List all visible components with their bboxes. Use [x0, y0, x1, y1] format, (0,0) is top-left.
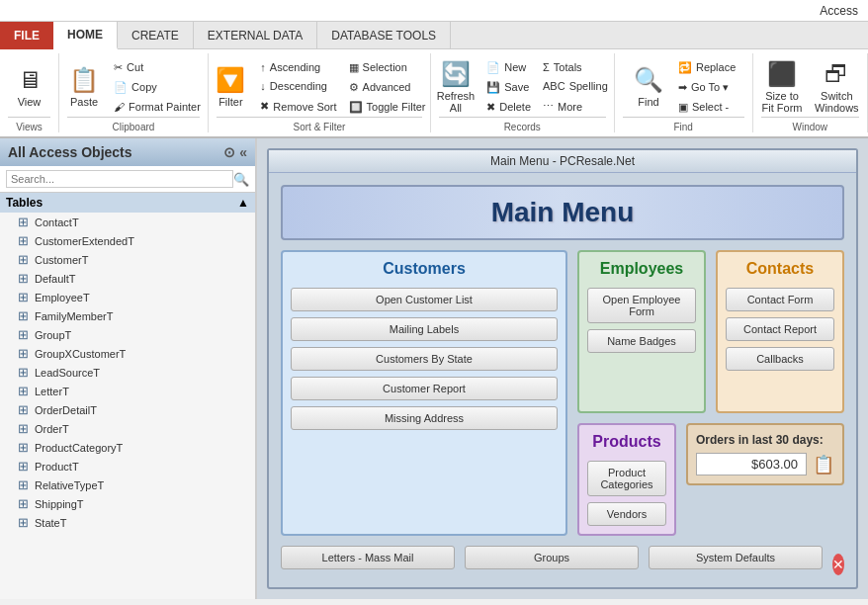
- replace-button[interactable]: 🔁 Replace: [674, 60, 739, 75]
- table-icon: ⊞: [18, 252, 29, 267]
- toggle-filter-button[interactable]: 🔲 Toggle Filter: [345, 100, 430, 115]
- mailing-labels-button[interactable]: Mailing Labels: [291, 317, 558, 341]
- tab-file[interactable]: FILE: [0, 22, 53, 49]
- list-item[interactable]: ⊞ GroupXCustomerT: [0, 344, 255, 363]
- new-button[interactable]: 📄 New: [482, 60, 535, 75]
- list-item[interactable]: ⊞ ProductT: [0, 457, 255, 475]
- list-item[interactable]: ⊞ OrderT: [0, 419, 255, 438]
- list-item[interactable]: ⊞ RelativeTypeT: [0, 475, 255, 494]
- list-item[interactable]: ⊞ FamilyMemberT: [0, 306, 255, 325]
- sidebar-collapse-icon[interactable]: «: [239, 144, 247, 160]
- list-item[interactable]: ⊞ CustomerT: [0, 250, 255, 269]
- select-button[interactable]: ▣ Select -: [674, 100, 739, 115]
- close-button[interactable]: ✕: [832, 554, 844, 575]
- list-item[interactable]: ⊞ DefaultT: [0, 269, 255, 288]
- item-label: LeadSourceT: [35, 367, 100, 379]
- customer-report-button[interactable]: Customer Report: [291, 377, 558, 400]
- tables-section-header[interactable]: Tables ▲: [0, 193, 255, 213]
- list-item[interactable]: ⊞ StateT: [0, 513, 255, 532]
- selection-button[interactable]: ▦ Selection: [345, 60, 430, 75]
- contact-form-button[interactable]: Contact Form: [726, 288, 834, 311]
- open-customer-list-button[interactable]: Open Customer List: [291, 288, 558, 311]
- format-painter-icon: 🖌: [114, 101, 125, 113]
- table-icon: ⊞: [18, 290, 29, 304]
- format-painter-button[interactable]: 🖌 Format Painter: [110, 100, 205, 114]
- delete-button[interactable]: ✖ Delete: [482, 100, 535, 115]
- totals-button[interactable]: Σ Totals: [539, 60, 612, 74]
- descending-button[interactable]: ↓ Descending: [256, 79, 340, 93]
- contact-report-button[interactable]: Contact Report: [726, 317, 834, 341]
- main-content: Main Menu - PCResale.Net Main Menu Custo…: [257, 138, 868, 599]
- save-label: Save: [504, 81, 529, 93]
- missing-address-button[interactable]: Missing Address: [291, 406, 558, 430]
- system-defaults-button[interactable]: System Defaults: [649, 546, 823, 569]
- open-employee-form-button[interactable]: Open Employee Form: [587, 288, 696, 323]
- table-icon: ⊞: [18, 515, 29, 530]
- refresh-all-button[interactable]: 🔄 RefreshAll: [433, 57, 479, 117]
- table-icon: ⊞: [18, 440, 29, 455]
- spelling-button[interactable]: ABC Spelling: [539, 79, 612, 93]
- more-button[interactable]: ⋯ More: [539, 99, 612, 114]
- table-icon: ⊞: [18, 384, 29, 398]
- copy-button[interactable]: 📄 Copy: [110, 80, 205, 95]
- table-icon: ⊞: [18, 459, 29, 474]
- advanced-icon: ⚙: [349, 81, 359, 94]
- name-badges-button[interactable]: Name Badges: [587, 329, 696, 353]
- window-group-label: Window: [761, 117, 859, 132]
- search-input[interactable]: [6, 170, 233, 188]
- table-icon: ⊞: [18, 233, 29, 248]
- remove-sort-button[interactable]: ✖ Remove Sort: [256, 99, 340, 114]
- list-item[interactable]: ⊞ ContactT: [0, 213, 255, 231]
- tab-create[interactable]: CREATE: [118, 22, 194, 49]
- vendors-button[interactable]: Vendors: [587, 502, 666, 526]
- tab-external-data[interactable]: EXTERNAL DATA: [194, 22, 317, 49]
- filter-icon: 🔽: [216, 66, 245, 94]
- advanced-button[interactable]: ⚙ Advanced: [345, 80, 430, 95]
- ribbon-tabs: FILE HOME CREATE EXTERNAL DATA DATABASE …: [0, 22, 868, 49]
- list-item[interactable]: ⊞ GroupT: [0, 325, 255, 344]
- view-icon: 🖥: [18, 66, 42, 94]
- tab-database-tools[interactable]: DATABASE TOOLS: [317, 22, 451, 49]
- filter-button[interactable]: 🔽 Filter: [209, 57, 252, 117]
- paste-button[interactable]: 📋 Paste: [62, 57, 106, 117]
- list-item[interactable]: ⊞ LeadSourceT: [0, 363, 255, 382]
- table-icon: ⊞: [18, 308, 29, 323]
- goto-button[interactable]: ➡ Go To ▾: [674, 80, 739, 95]
- employees-section: Employees Open Employee Form Name Badges: [577, 250, 706, 413]
- goto-label: Go To ▾: [691, 81, 729, 94]
- switch-windows-button[interactable]: 🗗 SwitchWindows: [811, 57, 863, 117]
- item-label: StateT: [35, 517, 66, 529]
- letters-mass-mail-button[interactable]: Letters - Mass Mail: [281, 546, 455, 569]
- customers-section: Customers Open Customer List Mailing Lab…: [281, 250, 567, 536]
- groups-button[interactable]: Groups: [465, 546, 639, 569]
- cut-button[interactable]: ✂ Cut: [110, 60, 205, 75]
- select-label: Select -: [692, 101, 729, 113]
- find-label: Find: [638, 96, 658, 108]
- search-icon[interactable]: 🔍: [233, 172, 249, 187]
- orders-copy-icon[interactable]: 📋: [813, 454, 834, 475]
- format-painter-label: Format Painter: [129, 101, 201, 113]
- callbacks-button[interactable]: Callbacks: [726, 347, 834, 371]
- list-item[interactable]: ⊞ OrderDetailT: [0, 400, 255, 419]
- find-button[interactable]: 🔍 Find: [627, 57, 670, 117]
- refresh-icon: 🔄: [441, 60, 471, 88]
- selection-label: Selection: [363, 61, 407, 73]
- view-button[interactable]: 🖥 View: [8, 57, 51, 117]
- sidebar-search-toggle[interactable]: ⊙: [223, 144, 235, 160]
- tab-home[interactable]: HOME: [53, 22, 118, 49]
- contacts-title: Contacts: [726, 260, 834, 278]
- list-item[interactable]: ⊞ ProductCategoryT: [0, 438, 255, 457]
- ascending-button[interactable]: ↑ Ascending: [256, 60, 340, 74]
- sidebar-header: All Access Objects ⊙ «: [0, 138, 255, 166]
- item-label: LetterT: [35, 386, 69, 397]
- product-categories-button[interactable]: Product Categories: [587, 461, 666, 496]
- list-item[interactable]: ⊞ ShippingT: [0, 494, 255, 513]
- list-item[interactable]: ⊞ LetterT: [0, 382, 255, 400]
- size-to-fit-icon: ⬛: [767, 60, 797, 88]
- item-label: FamilyMemberT: [35, 310, 113, 322]
- list-item[interactable]: ⊞ EmployeeT: [0, 288, 255, 306]
- save-button[interactable]: 💾 Save: [482, 80, 535, 95]
- list-item[interactable]: ⊞ CustomerExtendedT: [0, 231, 255, 250]
- size-to-fit-button[interactable]: ⬛ Size toFit Form: [757, 57, 807, 117]
- customers-by-state-button[interactable]: Customers By State: [291, 347, 558, 371]
